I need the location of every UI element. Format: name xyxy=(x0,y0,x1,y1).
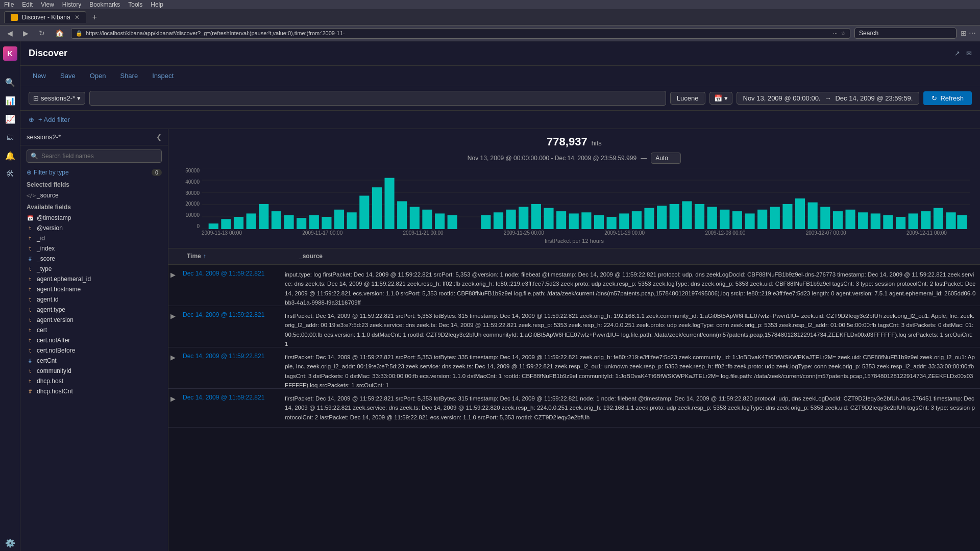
field-item-cert-notbefore[interactable]: t cert.notBefore xyxy=(20,345,168,356)
field-type-agent-id: t xyxy=(27,297,34,303)
field-item-dhcp-hostcnt[interactable]: # dhcp.hostCnt xyxy=(20,386,168,396)
url-bar[interactable]: 🔒 https://localhost/kibana/app/kibana#/d… xyxy=(71,28,850,39)
svg-rect-43 xyxy=(695,204,704,229)
visualize-icon[interactable]: 📈 xyxy=(2,111,18,127)
svg-rect-20 xyxy=(384,178,394,229)
home-button[interactable]: 🏠 xyxy=(52,28,67,38)
time-cell[interactable]: Dec 14, 2009 @ 11:59:22.821 xyxy=(179,347,281,388)
field-item-communityid[interactable]: t communityId xyxy=(20,366,168,376)
menu-history[interactable]: History xyxy=(62,1,81,8)
search-fields-input[interactable] xyxy=(27,149,162,163)
index-name: sessions2-* xyxy=(41,94,75,102)
new-button[interactable]: New xyxy=(29,71,50,81)
back-button[interactable]: ◀ xyxy=(4,28,16,38)
field-item-agent-id[interactable]: t agent.id xyxy=(20,294,168,305)
time-cell[interactable]: Dec 14, 2009 @ 11:59:22.821 xyxy=(179,389,281,427)
lucene-button[interactable]: Lucene xyxy=(670,92,705,105)
field-item-score[interactable]: # _score xyxy=(20,254,168,264)
field-item-index[interactable]: t _index xyxy=(20,243,168,254)
expand-row-button[interactable]: ▶ xyxy=(168,265,179,306)
svg-rect-18 xyxy=(359,196,369,229)
svg-rect-32 xyxy=(556,211,566,229)
expand-row-button[interactable]: ▶ xyxy=(168,306,179,347)
main-content: sessions2-* ❮ 🔍 ⊕ Filter by type xyxy=(20,129,980,551)
index-name-row: sessions2-* ❮ xyxy=(20,129,168,145)
x-label-8: 2009-12-11 00:00 xyxy=(906,230,947,236)
field-item-type[interactable]: t _type xyxy=(20,264,168,274)
field-type-dhcp-host: t xyxy=(27,379,34,384)
index-selector[interactable]: ⊞ sessions2-* ▾ xyxy=(29,92,85,105)
histogram-date-range: Nov 13, 2009 @ 00:00:00.000 - Dec 14, 20… xyxy=(468,155,636,162)
field-item-version[interactable]: t @version xyxy=(20,223,168,233)
app-header: Discover ↗ ✉ xyxy=(20,41,980,66)
new-tab-button[interactable]: + xyxy=(88,13,101,22)
collapse-panel-button[interactable]: ❮ xyxy=(156,133,162,141)
field-item-id[interactable]: t _id xyxy=(20,233,168,243)
inspect-button[interactable]: Inspect xyxy=(148,71,178,81)
expand-row-button[interactable]: ▶ xyxy=(168,389,179,427)
y-label-30000: 30000 xyxy=(181,190,200,196)
x-label-5: 2009-11-29 00:00 xyxy=(604,230,645,236)
dashboard-icon[interactable]: 📊 xyxy=(2,92,18,109)
dev-tools-icon[interactable]: 🛠 xyxy=(2,166,18,182)
sort-indicator: ↑ xyxy=(203,253,206,260)
field-type-cert-notafter: t xyxy=(27,338,34,343)
menu-view[interactable]: View xyxy=(41,1,54,8)
share-button[interactable]: Share xyxy=(116,71,142,81)
forward-button[interactable]: ▶ xyxy=(20,28,32,38)
lock-icon: 🔒 xyxy=(76,30,83,37)
field-item-agent-ephemeral[interactable]: t agent.ephemeral_id xyxy=(20,274,168,284)
header-icons: ↗ ✉ xyxy=(954,49,972,57)
filter-by-type-button[interactable]: ⊕ Filter by type xyxy=(27,169,69,176)
svg-rect-59 xyxy=(896,217,905,229)
discover-icon[interactable]: 🔍 xyxy=(2,74,18,90)
reload-button[interactable]: ↻ xyxy=(36,28,48,38)
browser-search-bar[interactable]: Search xyxy=(854,28,957,39)
search-icon: 🔍 xyxy=(31,153,38,160)
x-label-7: 2009-12-07 00:00 xyxy=(806,230,846,236)
svg-rect-17 xyxy=(347,212,357,229)
alerting-icon[interactable]: 🔔 xyxy=(2,147,18,164)
query-input[interactable] xyxy=(89,91,666,106)
field-item-cert-notafter[interactable]: t cert.notAfter xyxy=(20,335,168,345)
svg-rect-7 xyxy=(221,219,231,229)
expand-row-button[interactable]: ▶ xyxy=(168,347,179,388)
canvas-icon[interactable]: 🗂 xyxy=(2,129,18,145)
field-type-source: </> xyxy=(27,193,34,198)
mail-icon[interactable]: ✉ xyxy=(966,49,972,57)
time-column-header[interactable]: Time ↑ xyxy=(187,253,299,260)
menu-file[interactable]: File xyxy=(4,1,14,8)
field-item-certcnt[interactable]: # certCnt xyxy=(20,356,168,366)
svg-rect-60 xyxy=(909,213,918,229)
tab-close-button[interactable]: ✕ xyxy=(75,14,80,21)
menu-bookmarks[interactable]: Bookmarks xyxy=(89,1,120,8)
field-item-agent-type[interactable]: t agent.type xyxy=(20,305,168,315)
time-filter-button[interactable]: 📅 ▾ xyxy=(709,92,732,105)
hits-count: 778,937 xyxy=(547,135,587,148)
results-area[interactable]: Time ↑ _source ▶ Dec 14, 2009 @ 11:59:22… xyxy=(168,248,980,551)
field-item-timestamp[interactable]: 📅 @timestamp xyxy=(20,213,168,223)
date-range-display[interactable]: Nov 13, 2009 @ 00:00:00. → Dec 14, 2009 … xyxy=(737,92,920,105)
save-button[interactable]: Save xyxy=(56,71,80,81)
field-name-score: _score xyxy=(37,255,55,262)
menu-help[interactable]: Help xyxy=(151,1,163,8)
settings-icon[interactable]: ⚙️ xyxy=(2,535,18,551)
auto-interval-select[interactable]: Auto xyxy=(651,153,681,164)
field-item-agent-hostname[interactable]: t agent.hostname xyxy=(20,284,168,294)
share-icon[interactable]: ↗ xyxy=(954,49,960,57)
field-item-cert[interactable]: t cert xyxy=(20,325,168,335)
field-item-source[interactable]: </> _source xyxy=(20,190,168,201)
time-cell[interactable]: Dec 14, 2009 @ 11:59:22.821 xyxy=(179,306,281,347)
menu-tools[interactable]: Tools xyxy=(128,1,142,8)
field-item-dhcp-host[interactable]: t dhcp.host xyxy=(20,376,168,386)
menu-edit[interactable]: Edit xyxy=(22,1,33,8)
field-item-agent-version[interactable]: t agent.version xyxy=(20,315,168,325)
refresh-button[interactable]: ↻ Refresh xyxy=(923,91,972,105)
browser-tab[interactable]: Discover - Kibana ✕ xyxy=(4,11,86,23)
add-filter-button[interactable]: + Add filter xyxy=(38,116,70,123)
search-fields-area: 🔍 xyxy=(20,145,168,167)
kibana-home-icon[interactable]: K xyxy=(2,45,18,62)
open-button[interactable]: Open xyxy=(86,71,110,81)
time-cell[interactable]: Dec 14, 2009 @ 11:59:22.821 xyxy=(179,265,281,306)
field-type-id: t xyxy=(27,236,34,241)
